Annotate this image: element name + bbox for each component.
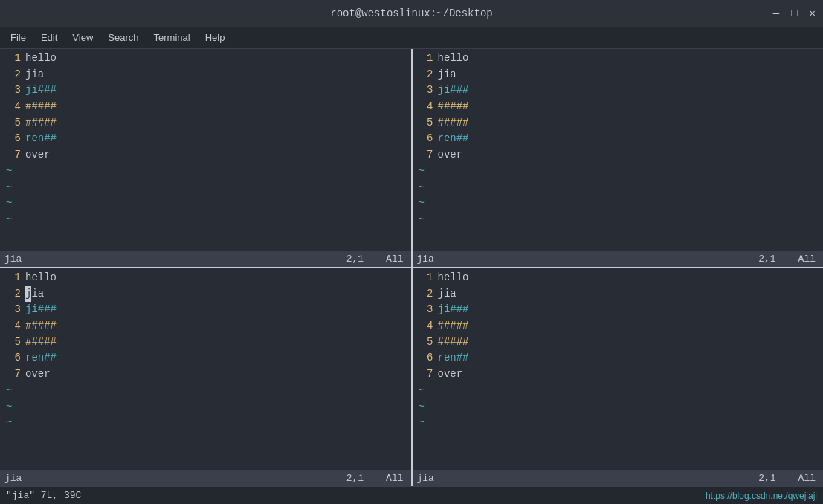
line-7bl: 7 over (3, 366, 408, 383)
menu-help[interactable]: Help (199, 30, 231, 45)
status-mode-br: All (798, 473, 816, 484)
line-1bl: 1 hello (3, 270, 408, 286)
status-mode-bl: All (386, 473, 403, 484)
status-pos-bl: 2,1 (346, 473, 364, 484)
line-2br: 2 jia (416, 286, 821, 303)
menu-file[interactable]: File (4, 30, 32, 45)
status-bar-bottom-left: jia 2,1 All (0, 470, 411, 486)
pane-bottom-left[interactable]: 1 hello 2 jia 3 ji### 4 ##### 5 ##### (0, 268, 411, 486)
line-6: 6 ren## (3, 131, 408, 147)
window-title: root@westoslinux:~/Desktop (330, 7, 492, 19)
minimize-button[interactable]: — (773, 8, 779, 19)
line-3r: 3 ji### (416, 83, 821, 99)
line-5br: 5 ##### (416, 335, 821, 351)
window-controls: — □ ✕ (773, 8, 816, 19)
status-filename-bl: jia (4, 473, 324, 484)
status-mode-tr: All (798, 253, 816, 265)
status-bar-bottom-right: jia 2,1 All (413, 470, 824, 486)
line-4br: 4 ##### (416, 318, 821, 335)
line-5r: 5 ##### (416, 115, 821, 132)
pane-top-right[interactable]: 1 hello 2 jia 3 ji### 4 ##### 5 ##### (411, 49, 824, 267)
pane-bottom-right-content: 1 hello 2 jia 3 ji### 4 ##### 5 ##### (413, 268, 824, 470)
status-mode-tl: All (386, 253, 403, 265)
pane-top-left-content: 1 hello 2 jia 3 ji### 4 ##### 5 ##### (0, 49, 411, 251)
line-4: 4 ##### (3, 99, 408, 115)
line-7: 7 over (3, 147, 408, 164)
line-6br: 6 ren## (416, 350, 821, 366)
status-filename-br: jia (417, 473, 737, 484)
command-bar: "jia" 7L, 39C https://blog.csdn.net/qwej… (0, 486, 823, 504)
pane-top-left[interactable]: 1 hello 2 jia 3 ji### 4 ##### 5 ##### (0, 49, 411, 267)
line-3bl: 3 ji### (3, 302, 408, 318)
pane-bottom-right[interactable]: 1 hello 2 jia 3 ji### 4 ##### 5 ##### (411, 268, 824, 486)
bottom-pane-row: 1 hello 2 jia 3 ji### 4 ##### 5 ##### (0, 267, 823, 486)
line-6r: 6 ren## (416, 131, 821, 147)
status-filename-tr: jia (417, 253, 737, 265)
close-button[interactable]: ✕ (810, 8, 816, 19)
line-1r: 1 hello (416, 51, 821, 67)
menu-view[interactable]: View (66, 30, 99, 45)
status-pos-br: 2,1 (758, 473, 775, 484)
line-4r: 4 ##### (416, 99, 821, 115)
top-pane-row: 1 hello 2 jia 3 ji### 4 ##### 5 ##### (0, 49, 823, 267)
line-4bl: 4 ##### (3, 318, 408, 335)
line-3br: 3 ji### (416, 302, 821, 318)
line-1: 1 hello (3, 51, 408, 67)
line-3: 3 ji### (3, 83, 408, 99)
status-bar-top-left: jia 2,1 All (0, 251, 411, 267)
line-5: 5 ##### (3, 115, 408, 132)
command-left: "jia" 7L, 39C (6, 490, 81, 501)
line-7br: 7 over (416, 366, 821, 383)
menu-bar: File Edit View Search Terminal Help (0, 27, 823, 49)
title-bar: root@westoslinux:~/Desktop — □ ✕ (0, 0, 823, 27)
menu-search[interactable]: Search (102, 30, 144, 45)
line-2bl: 2 jia (3, 286, 408, 303)
status-bar-top-right: jia 2,1 All (413, 251, 824, 267)
cursor: j (25, 286, 31, 303)
line-1br: 1 hello (416, 270, 821, 286)
vim-area: 1 hello 2 jia 3 ji### 4 ##### 5 ##### (0, 49, 823, 486)
line-7r: 7 over (416, 147, 821, 164)
status-pos-tr: 2,1 (758, 253, 775, 265)
menu-terminal[interactable]: Terminal (148, 30, 196, 45)
status-filename-tl: jia (4, 253, 324, 265)
pane-bottom-left-content: 1 hello 2 jia 3 ji### 4 ##### 5 ##### (0, 268, 411, 470)
line-2r: 2 jia (416, 67, 821, 83)
command-right: https://blog.csdn.net/qwejiaji (706, 491, 817, 501)
maximize-button[interactable]: □ (791, 8, 797, 19)
line-6bl: 6 ren## (3, 350, 408, 366)
pane-top-right-content: 1 hello 2 jia 3 ji### 4 ##### 5 ##### (413, 49, 824, 251)
line-5bl: 5 ##### (3, 335, 408, 351)
line-2: 2 jia (3, 67, 408, 83)
menu-edit[interactable]: Edit (35, 30, 63, 45)
status-pos-tl: 2,1 (346, 253, 364, 265)
